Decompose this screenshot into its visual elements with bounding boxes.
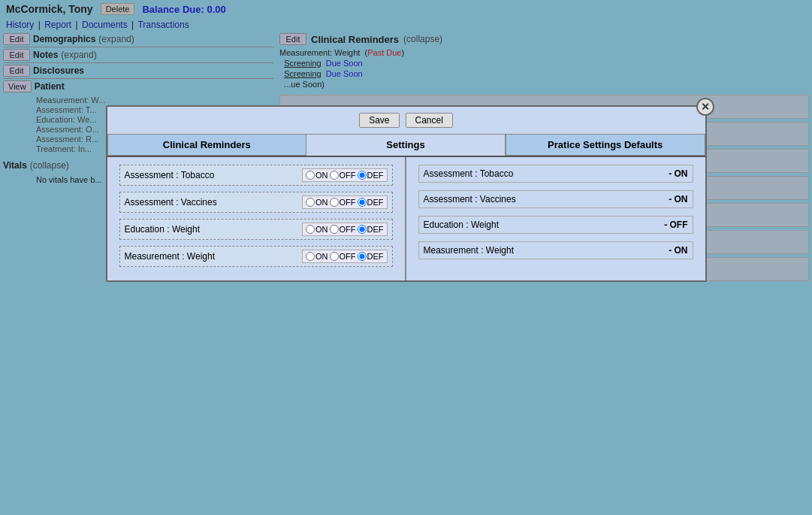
settings-off-meas-weight[interactable]: OFF: [330, 252, 356, 261]
pr-row-tobacco: Assessment : Tobacco - ON: [418, 165, 693, 183]
pr-value-edu-weight: - OFF: [664, 220, 687, 230]
pr-label-tobacco: Assessment : Tobacco: [424, 168, 669, 179]
pr-value-tobacco: - ON: [669, 168, 687, 179]
pr-label-vaccines: Assessment : Vaccines: [424, 194, 669, 204]
pr-row-vaccines: Assessment : Vaccines - ON: [418, 190, 693, 208]
settings-label-tobacco: Assessment : Tobacco: [125, 170, 303, 180]
settings-radio-group-education-weight: ON OFF DEF: [302, 223, 388, 236]
pr-label-meas-weight: Measurement : Weight: [424, 245, 669, 256]
settings-on-edu-weight[interactable]: ON: [306, 225, 328, 234]
modal-close-button[interactable]: ✕: [696, 98, 714, 116]
modal-toolbar: Save Cancel: [107, 107, 705, 134]
settings-radio-group-vaccines: ON OFF DEF: [302, 195, 388, 209]
settings-panel: Assessment : Tobacco ON OFF DEF: [107, 157, 406, 280]
settings-row-vaccines: Assessment : Vaccines ON OFF DEF: [119, 192, 393, 213]
pr-value-vaccines: - ON: [669, 194, 687, 204]
settings-row-tobacco: Assessment : Tobacco ON OFF DEF: [119, 165, 393, 186]
settings-off-edu-weight[interactable]: OFF: [330, 225, 356, 234]
modal-cancel-button[interactable]: Cancel: [406, 113, 453, 128]
modal-save-button[interactable]: Save: [359, 113, 399, 128]
settings-def-edu-weight[interactable]: DEF: [358, 225, 384, 234]
pr-row-meas-weight: Measurement : Weight - ON: [418, 241, 693, 259]
settings-def-meas-weight[interactable]: DEF: [358, 252, 384, 261]
settings-on-vaccines[interactable]: ON: [306, 198, 328, 207]
practice-settings-panel: Assessment : Tobacco - ON Assessment : V…: [406, 157, 705, 280]
pr-row-edu-weight: Education : Weight - OFF: [418, 216, 693, 234]
tab-practice-settings[interactable]: Pratice Settings Defaults: [506, 134, 705, 156]
settings-off-vaccines[interactable]: OFF: [330, 198, 356, 207]
settings-radio-group-tobacco: ON OFF DEF: [302, 168, 388, 182]
modal-overlay: ✕ Save Cancel Clinical Reminders Setting…: [0, 0, 812, 515]
tab-settings[interactable]: Settings: [306, 134, 506, 156]
clinical-reminders-modal: ✕ Save Cancel Clinical Reminders Setting…: [106, 105, 707, 282]
pr-label-edu-weight: Education : Weight: [424, 220, 665, 230]
settings-label-vaccines: Assessment : Vaccines: [125, 197, 303, 208]
settings-def-vaccines[interactable]: DEF: [358, 198, 384, 207]
settings-on-meas-weight[interactable]: ON: [306, 252, 328, 261]
settings-on-tobacco[interactable]: ON: [306, 171, 328, 180]
pr-value-meas-weight: - ON: [669, 245, 687, 256]
close-icon: ✕: [701, 101, 710, 113]
modal-tabs: Clinical Reminders Settings Pratice Sett…: [107, 134, 705, 157]
settings-label-education-weight: Education : Weight: [125, 224, 303, 235]
settings-row-education-weight: Education : Weight ON OFF DEF: [119, 219, 393, 240]
settings-radio-group-meas-weight: ON OFF DEF: [302, 250, 388, 263]
settings-def-tobacco[interactable]: DEF: [358, 171, 384, 180]
modal-panels: Assessment : Tobacco ON OFF DEF: [107, 157, 705, 280]
settings-label-measurement-weight: Measurement : Weight: [125, 251, 303, 262]
settings-row-measurement-weight: Measurement : Weight ON OFF DEF: [119, 246, 393, 267]
tab-clinical-reminders[interactable]: Clinical Reminders: [107, 134, 306, 156]
settings-off-tobacco[interactable]: OFF: [330, 171, 356, 180]
